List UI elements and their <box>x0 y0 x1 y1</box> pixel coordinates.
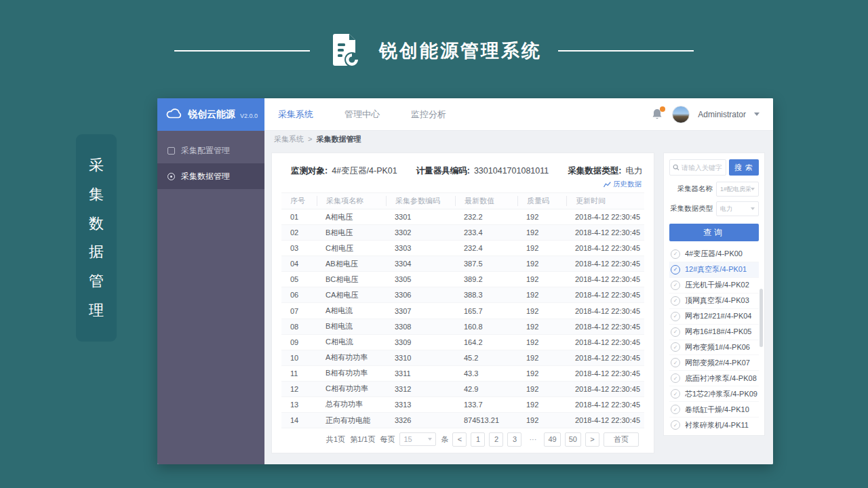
page-button[interactable]: 1 <box>471 432 485 447</box>
side-tag-char: 采 <box>89 158 104 173</box>
device-list-item[interactable]: ✓12#真空泵/4-PK01 <box>669 262 759 278</box>
device-list-item[interactable]: ✓网布变频1#/4-PK06 <box>669 340 759 356</box>
per-page-select[interactable]: 15 <box>399 432 436 446</box>
table-cell: 192 <box>517 385 566 393</box>
table-cell: 05 <box>281 275 317 283</box>
table-cell: 3310 <box>386 354 455 362</box>
device-list-item[interactable]: ✓压光机干燥/4-PK02 <box>669 278 759 293</box>
first-page-button[interactable]: 首页 <box>604 432 639 447</box>
collection-table: 序号采集项名称采集参数编码最新数值质量码更新时间 01A相电压3301232.2… <box>281 192 644 428</box>
page-button[interactable]: 3 <box>507 432 521 447</box>
table-cell: 42.9 <box>455 385 517 393</box>
search-button[interactable]: 搜 索 <box>729 159 759 176</box>
app-logo: 锐创云能源 V2.0.0 <box>157 98 264 131</box>
notification-bell-icon[interactable] <box>652 108 664 121</box>
chevron-down-icon <box>428 438 432 441</box>
table-cell: 01 <box>281 213 317 221</box>
table-cell: 3311 <box>386 369 455 378</box>
sidebar-item-config-manage[interactable]: 采集配置管理 <box>157 138 264 163</box>
data-type-select[interactable]: 电力 <box>716 201 759 216</box>
page-background: 锐创能源管理系统 采集数据管理 锐创云能源 V2.0.0 采集配置管理采集数据管… <box>0 0 868 488</box>
table-cell: 02 <box>281 228 317 237</box>
vertical-section-tag: 采集数据管理 <box>76 134 117 342</box>
next-page-button[interactable]: > <box>585 432 599 447</box>
nav-tab[interactable]: 采集系统 <box>278 108 313 121</box>
check-circle-icon: ✓ <box>671 312 680 321</box>
device-list-item[interactable]: ✓网布16#18#/4-PK05 <box>669 325 759 340</box>
top-bar-right: Administrator <box>652 106 760 123</box>
table-header-row: 序号采集项名称采集参数编码最新数值质量码更新时间 <box>281 192 644 209</box>
device-list: ✓4#变压器/4-PK00✓12#真空泵/4-PK01✓压光机干燥/4-PK02… <box>669 247 759 432</box>
search-row: 搜 索 <box>669 159 759 176</box>
device-list-item[interactable]: ✓4#变压器/4-PK00 <box>669 247 759 262</box>
check-circle-icon: ✓ <box>671 296 680 306</box>
info-value: 3301041701081011 <box>474 166 549 176</box>
table-row: 02B相电压3302233.41922018-4-12 22:30:45 <box>281 225 644 241</box>
page-buttons: <123···4950> <box>452 432 599 447</box>
device-name: 4#变压器/4-PK00 <box>685 249 743 259</box>
current-page-text: 第1/1页 <box>350 434 375 445</box>
device-list-item[interactable]: ✓芯1芯2冲浆泵/4-PK09 <box>669 386 759 402</box>
page-button[interactable]: 2 <box>489 432 503 447</box>
collector-name-select[interactable]: 1#配电房采集器 <box>716 182 759 197</box>
nav-tab[interactable]: 监控分析 <box>411 108 446 121</box>
table-cell: 2018-4-12 22:30:45 <box>566 401 644 409</box>
device-list-item[interactable]: ✓网布12#21#/4-PK04 <box>669 309 759 325</box>
table-cell: 3312 <box>386 385 455 393</box>
breadcrumb: 采集系统>采集数据管理 <box>264 131 773 147</box>
prev-page-button[interactable]: < <box>452 432 467 447</box>
history-data-link[interactable]: 历史数据 <box>604 180 642 189</box>
check-circle-icon: ✓ <box>671 265 680 274</box>
table-row: 08B相电流3308160.81922018-4-12 22:30:45 <box>281 319 644 335</box>
page-button[interactable]: 50 <box>565 432 581 447</box>
query-button[interactable]: 查询 <box>669 224 759 241</box>
app-window: 锐创云能源 V2.0.0 采集配置管理采集数据管理 采集系统管理中心监控分析 <box>157 98 773 464</box>
scrollbar-thumb[interactable] <box>760 289 763 347</box>
side-tag-char: 理 <box>89 303 104 318</box>
check-circle-icon: ✓ <box>671 249 680 259</box>
nav-tab[interactable]: 管理中心 <box>344 108 380 121</box>
info-field: 计量器具编码:3301041701081011 <box>416 165 549 177</box>
sidebar-item-label: 采集配置管理 <box>181 145 230 157</box>
page-title: 锐创能源管理系统 <box>379 39 542 63</box>
table-cell: 2018-4-12 22:30:45 <box>566 338 644 346</box>
table-cell: 3304 <box>386 260 455 268</box>
banner: 锐创能源管理系统 <box>0 28 868 73</box>
table-cell: 192 <box>517 307 566 315</box>
check-circle-icon: ✓ <box>671 327 680 337</box>
device-name: 衬浆碎浆机/4-PK11 <box>685 420 749 430</box>
table-cell: 388.3 <box>455 291 517 299</box>
device-list-item[interactable]: ✓底面衬冲浆泵/4-PK08 <box>669 371 759 386</box>
table-cell: 232.4 <box>455 244 517 252</box>
table-cell: C相电压 <box>317 243 386 253</box>
table-cell: 12 <box>281 385 317 393</box>
sidebar-item-data-manage[interactable]: 采集数据管理 <box>157 163 264 189</box>
table-cell: CA相电压 <box>317 290 386 300</box>
device-list-item[interactable]: ✓衬浆碎浆机/4-PK11 <box>669 418 759 432</box>
table-cell: 387.5 <box>455 260 517 268</box>
column-header: 序号 <box>281 196 317 206</box>
user-menu-caret-icon[interactable] <box>754 113 760 116</box>
breadcrumb-item[interactable]: 采集系统 <box>274 134 304 144</box>
pagination: 共1页 第1/1页 每页 15 条 <123···4950> 首页 <box>281 428 644 450</box>
column-header: 最新数值 <box>455 196 517 206</box>
table-cell: 11 <box>281 369 317 378</box>
table-cell: A相电压 <box>317 212 386 222</box>
table-row: 09C相电流3309164.21922018-4-12 22:30:45 <box>281 335 644 350</box>
search-input[interactable] <box>682 164 723 171</box>
sidebar-item-label: 采集数据管理 <box>181 171 230 182</box>
table-cell: 232.2 <box>455 213 517 221</box>
table-cell: A相有功功率 <box>317 352 386 363</box>
top-bar: 采集系统管理中心监控分析 Administrator <box>264 98 773 131</box>
device-list-item[interactable]: ✓顶网真空泵/4-PK03 <box>669 293 759 309</box>
device-list-item[interactable]: ✓卷纸缸干燥/4-PK10 <box>669 402 759 418</box>
cloud-icon <box>165 108 183 122</box>
notification-badge <box>660 106 665 112</box>
page-button[interactable]: 49 <box>544 432 560 447</box>
device-list-item[interactable]: ✓网部变频2#/4-PK07 <box>669 355 759 371</box>
table-cell: B相电流 <box>317 321 386 331</box>
breadcrumb-item[interactable]: 采集数据管理 <box>316 134 361 144</box>
table-cell: 192 <box>517 416 566 424</box>
chevron-down-icon <box>751 188 755 190</box>
avatar[interactable] <box>672 106 690 123</box>
